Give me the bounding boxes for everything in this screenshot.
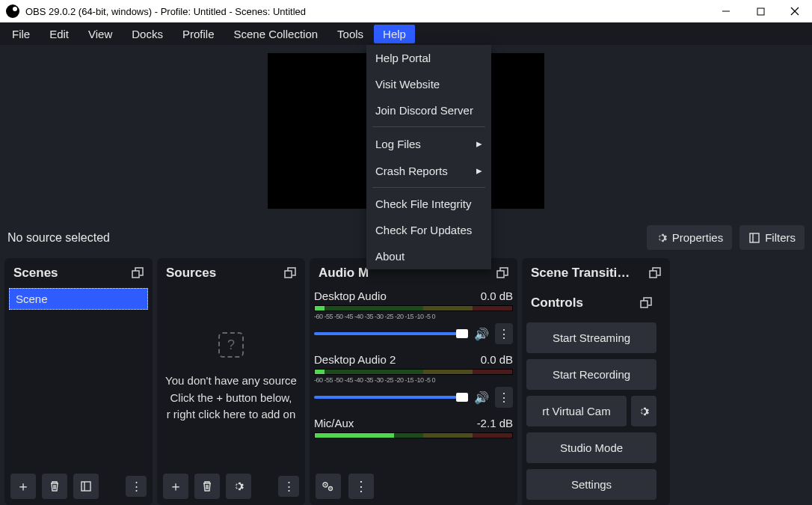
menu-help[interactable]: Help: [374, 25, 415, 43]
svg-rect-7: [81, 482, 90, 491]
gear-icon: [638, 405, 650, 417]
audio-volume-slider[interactable]: [314, 396, 468, 399]
svg-rect-10: [497, 271, 504, 278]
remove-source-button[interactable]: [194, 474, 220, 499]
audio-ticks: -60 -55 -50 -45 -40 -35 -30 -25 -20 -15 …: [314, 376, 513, 384]
menu-scene-collection[interactable]: Scene Collection: [225, 25, 327, 43]
scenes-title: Scenes: [13, 266, 58, 281]
audio-track-name: Desktop Audio: [314, 290, 387, 302]
undock-icon[interactable]: [132, 267, 144, 279]
filters-button[interactable]: Filters: [739, 225, 805, 250]
help-crash-reports[interactable]: Crash Reports▸: [366, 157, 491, 184]
kebab-icon: ⋮: [283, 480, 295, 493]
undock-icon[interactable]: [284, 267, 296, 279]
menubar: File Edit View Docks Profile Scene Colle…: [0, 22, 812, 45]
kebab-icon: ⋮: [498, 391, 510, 405]
audio-menu-button[interactable]: ⋮: [348, 474, 374, 499]
help-visit-website[interactable]: Visit Website: [366, 71, 491, 97]
help-check-updates[interactable]: Check For Updates: [366, 217, 491, 243]
chevron-right-icon: ▸: [476, 137, 482, 150]
audio-track-name: Mic/Aux: [314, 417, 354, 429]
audio-track-desktop2: Desktop Audio 2 0.0 dB -60 -55 -50 -45 -…: [314, 352, 513, 408]
audio-advanced-button[interactable]: [316, 474, 341, 499]
question-icon: ?: [218, 332, 244, 358]
svg-point-14: [330, 488, 331, 489]
add-scene-button[interactable]: ＋: [10, 474, 36, 499]
help-dropdown: Help Portal Visit Website Join Discord S…: [366, 45, 491, 269]
help-check-integrity[interactable]: Check File Integrity: [366, 191, 491, 217]
virtualcam-settings-button[interactable]: [631, 396, 656, 426]
undock-icon[interactable]: [640, 297, 652, 309]
scenes-menu-button[interactable]: ⋮: [126, 476, 147, 497]
audio-track-db: 0.0 dB: [481, 290, 513, 302]
minimize-button[interactable]: [709, 0, 743, 22]
start-virtualcam-button[interactable]: rt Virtual Cam: [526, 396, 627, 426]
scenes-dock: Scenes Scene ＋ ⋮: [4, 258, 153, 505]
undock-icon[interactable]: [496, 267, 508, 279]
controls-title: Controls: [531, 296, 583, 310]
gear-icon: [233, 480, 244, 492]
start-recording-button[interactable]: Start Recording: [526, 359, 656, 390]
audio-mixer-dock: Audio M Desktop Audio 0.0 dB -60 -55 -50…: [310, 258, 517, 505]
window-title: OBS 29.0.2 (64-bit, windows) - Profile: …: [25, 6, 306, 17]
remove-scene-button[interactable]: [42, 474, 67, 499]
speaker-icon[interactable]: 🔊: [474, 327, 489, 341]
audio-track-desktop: Desktop Audio 0.0 dB -60 -55 -50 -45 -40…: [314, 288, 513, 344]
menu-file[interactable]: File: [3, 25, 39, 43]
sources-menu-button[interactable]: ⋮: [278, 476, 299, 497]
menu-profile[interactable]: Profile: [173, 25, 224, 43]
sources-dock: Sources ? You don't have any source Clic…: [157, 258, 305, 505]
kebab-icon: ⋮: [498, 327, 510, 341]
gears-icon: [322, 480, 335, 492]
add-source-button[interactable]: ＋: [163, 474, 188, 499]
start-streaming-button[interactable]: Start Streaming: [526, 322, 656, 353]
svg-rect-4: [750, 233, 759, 242]
audio-meter: [314, 432, 513, 438]
kebab-icon: ⋮: [354, 478, 368, 495]
app-icon: [6, 4, 19, 18]
source-settings-button[interactable]: [226, 474, 251, 499]
undock-icon[interactable]: [649, 267, 661, 279]
help-portal[interactable]: Help Portal: [366, 45, 491, 71]
svg-rect-1: [757, 8, 764, 15]
close-button[interactable]: [778, 0, 812, 22]
maximize-button[interactable]: [743, 0, 778, 22]
properties-button[interactable]: Properties: [647, 225, 732, 250]
controls-dock: Controls Start Streaming Start Recording…: [522, 288, 661, 505]
audio-track-name: Desktop Audio 2: [314, 353, 396, 366]
kebab-icon: ⋮: [131, 480, 142, 493]
trash-icon: [49, 480, 61, 492]
audio-meter: [314, 305, 513, 311]
plus-icon: ＋: [169, 477, 182, 495]
filters-icon: [748, 232, 760, 244]
no-source-label: No source selected: [7, 231, 110, 245]
settings-button[interactable]: Settings: [526, 469, 656, 500]
audio-track-menu[interactable]: ⋮: [495, 323, 513, 344]
menu-tools[interactable]: Tools: [328, 25, 372, 43]
transitions-title: Scene Transiti…: [531, 266, 630, 281]
scene-item[interactable]: Scene: [9, 288, 148, 310]
chevron-right-icon: ▸: [476, 164, 482, 177]
speaker-icon[interactable]: 🔊: [474, 391, 489, 405]
audio-volume-slider[interactable]: [314, 332, 468, 335]
audio-track-menu[interactable]: ⋮: [495, 387, 513, 408]
help-about[interactable]: About: [366, 243, 491, 269]
help-discord[interactable]: Join Discord Server: [366, 97, 491, 123]
titlebar: OBS 29.0.2 (64-bit, windows) - Profile: …: [0, 0, 812, 22]
svg-rect-16: [641, 301, 648, 307]
menu-edit[interactable]: Edit: [40, 25, 78, 43]
trash-icon: [201, 480, 213, 492]
filter-icon: [80, 480, 92, 492]
scene-filter-button[interactable]: [73, 474, 99, 499]
sources-empty[interactable]: ? You don't have any source Click the + …: [162, 288, 301, 468]
help-log-files[interactable]: Log Files▸: [366, 130, 491, 157]
svg-point-12: [325, 484, 326, 486]
svg-rect-9: [285, 271, 292, 278]
menu-view[interactable]: View: [79, 25, 121, 43]
audio-ticks: -60 -55 -50 -45 -40 -35 -30 -25 -20 -15 …: [314, 313, 513, 320]
plus-icon: ＋: [16, 477, 30, 495]
menu-docks[interactable]: Docks: [123, 25, 172, 43]
svg-rect-15: [650, 271, 656, 278]
gear-icon: [656, 232, 668, 244]
studio-mode-button[interactable]: Studio Mode: [526, 432, 656, 463]
